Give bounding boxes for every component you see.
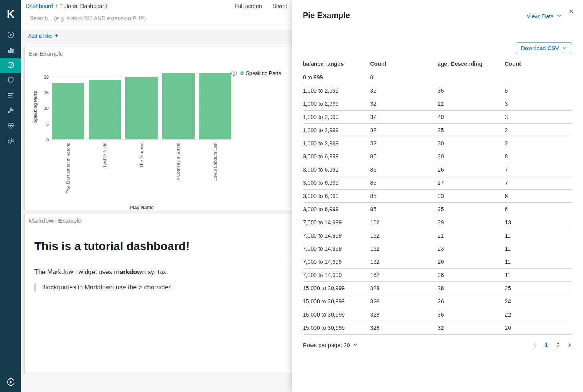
table-cell: 23 [438,242,505,255]
x-axis-label: A Comedy of Errors [176,143,181,181]
wrench-icon [7,107,15,116]
sidebar-collapse-button[interactable] [6,378,15,388]
sidebar-item-gauge[interactable] [0,58,21,73]
column-header[interactable]: Count [505,59,573,71]
legend-toggle-icon[interactable] [231,70,237,76]
view-data-toggle[interactable]: View: Data [527,13,562,20]
rows-per-page-selector[interactable]: Rows per page: 20 [303,342,358,348]
bar-chart-bars [52,74,231,140]
table-cell: 33 [438,190,505,203]
table-cell: 28 [438,282,505,295]
table-row: 3,000 to 6,99985267 [303,163,572,176]
sidebar-item-bar-chart[interactable] [0,43,21,58]
kibana-logo[interactable]: K [0,0,21,28]
bar-0[interactable] [52,83,84,139]
x-axis-title: Play Name [52,205,231,210]
share-button[interactable]: Share [272,3,287,9]
sidebar-item-shield[interactable] [0,73,21,89]
panel-title-markdown-example[interactable]: Markdown Example [25,214,86,227]
column-header[interactable]: Count [370,59,438,71]
chevron-down-icon [557,13,562,20]
chevron-down-icon [353,342,358,348]
breadcrumb-current: Tutorial Dashboard [60,3,107,9]
download-csv-button[interactable]: Download CSV [516,42,572,54]
table-cell: 1,000 to 2,999 [303,97,370,111]
table-cell: 11 [505,269,573,282]
bar-4[interactable] [199,73,231,139]
table-cell: 21 [438,229,505,242]
table-row: 15,000 to 30,9993283622 [303,308,572,321]
table-row: 7,000 to 14,9991622111 [303,229,572,242]
table-cell: 6 [505,190,573,203]
table-cell: 36 [438,269,505,282]
table-cell: 328 [370,308,438,321]
table-cell: 162 [370,216,438,229]
bar-2[interactable] [125,77,158,139]
y-tick-label: 20 [44,75,49,79]
table-row: 1,000 to 2,99932403 [303,111,572,124]
bar-1[interactable] [89,80,121,139]
y-tick-label: 5 [46,122,49,127]
table-row: 7,000 to 14,9991622311 [303,242,572,255]
table-cell: 7,000 to 14,999 [303,216,370,229]
bar-chart-yticks: 05101520 [38,74,52,140]
add-filter-link[interactable]: Add a filter [28,33,53,39]
sidebar-item-gear[interactable] [0,134,21,149]
table-cell: 40 [438,111,505,124]
full-screen-button[interactable]: Full screen [235,3,262,9]
bar-chart-icon [7,46,15,55]
column-header[interactable]: age: Descending [438,59,505,71]
table-cell: 35 [438,203,505,216]
previous-page-button[interactable] [532,343,538,348]
table-cell: 32 [370,124,438,137]
table-cell [505,71,573,84]
breadcrumb-separator: / [56,3,58,9]
table-row: 1,000 to 2,99932302 [303,137,572,150]
legend-label[interactable]: Speaking Parts [246,70,281,76]
column-header[interactable]: balance ranges [303,59,370,71]
table-cell: 36 [438,308,505,321]
table-cell: 328 [370,295,438,308]
sidebar-item-wrench[interactable] [0,104,21,119]
close-icon [568,8,574,16]
table-cell [438,71,505,84]
page-button-2[interactable]: 2 [555,341,562,349]
sidebar-item-timelion[interactable] [0,89,21,104]
table-cell: 85 [370,176,438,190]
table-cell: 85 [370,150,438,163]
table-cell: 162 [370,242,438,255]
next-page-button[interactable] [567,343,572,348]
panel-title-bar-example[interactable]: Bar Example [25,47,67,60]
table-cell: 7 [505,163,573,176]
table-cell: 3 [505,111,573,124]
close-flyout-button[interactable] [568,8,574,16]
table-cell: 7 [505,176,573,190]
table-cell: 162 [370,229,438,242]
sidebar-item-compass[interactable] [0,28,21,43]
table-cell: 27 [438,176,505,190]
table-cell: 7,000 to 14,999 [303,255,370,269]
kibana-logo-glyph: K [7,8,14,20]
table-cell: 25 [438,124,505,137]
table-cell: 7,000 to 14,999 [303,242,370,255]
table-cell: 1,000 to 2,999 [303,84,370,97]
bar-3[interactable] [162,73,195,139]
plus-icon[interactable]: + [55,32,58,39]
breadcrumb-dashboard-link[interactable]: Dashboard [26,3,53,9]
y-axis-title: Speaking Parts [33,74,38,140]
timelion-icon [7,91,15,101]
pagination-pages: 12 [543,341,562,349]
table-cell: 1,000 to 2,999 [303,137,370,150]
table-row: 1,000 to 2,99932355 [303,84,572,97]
table-row: 3,000 to 6,99985336 [303,190,572,203]
table-cell: 0 [370,71,438,84]
chevron-down-icon [562,45,567,51]
table-row: 3,000 to 6,99985356 [303,203,572,216]
table-cell: 24 [505,295,573,308]
page-button-1[interactable]: 1 [543,341,550,349]
flyout-body: Download CSV balance rangesCountage: Des… [292,42,583,351]
table-cell: 39 [438,216,505,229]
table-row: 15,000 to 30,9993282624 [303,295,572,308]
table-footer: Rows per page: 20 12 [303,339,572,351]
sidebar-item-heartbeat[interactable] [0,119,21,134]
